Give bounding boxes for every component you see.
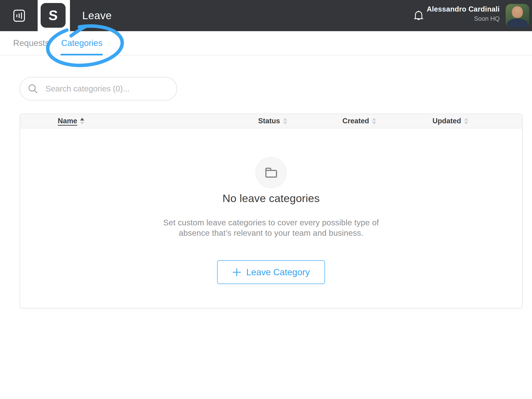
folder-icon xyxy=(264,166,279,179)
avatar-shirt xyxy=(507,19,528,27)
app-logo[interactable]: S xyxy=(41,3,66,28)
tab-requests[interactable]: Requests xyxy=(13,31,49,55)
avatar-face xyxy=(512,6,523,18)
user-organization: Soon HQ xyxy=(427,15,500,22)
tab-categories[interactable]: Categories xyxy=(61,31,102,55)
bell-icon xyxy=(413,10,424,22)
empty-state-description: Set custom leave categories to cover eve… xyxy=(151,217,391,238)
column-header-created[interactable]: Created xyxy=(342,114,376,128)
search-input[interactable] xyxy=(20,77,177,100)
logo-letter: S xyxy=(48,7,58,23)
tab-bar: Requests Categories xyxy=(0,31,532,55)
add-button-label: Leave Category xyxy=(246,267,310,277)
column-header-name[interactable]: Name xyxy=(58,114,84,128)
account-menu[interactable]: Alessandro Cardinali Soon HQ xyxy=(427,5,500,22)
add-leave-category-button[interactable]: Leave Category xyxy=(217,260,325,284)
notifications-button[interactable] xyxy=(413,10,424,22)
categories-table: Name Status Created Updated xyxy=(20,114,523,308)
search-box xyxy=(20,77,177,101)
plus-icon xyxy=(232,268,241,277)
empty-state-title: No leave categories xyxy=(20,192,522,205)
sidebar-toggle-button[interactable] xyxy=(13,10,25,22)
sort-arrows-icon xyxy=(372,118,376,124)
column-header-status[interactable]: Status xyxy=(258,114,287,128)
sort-arrows-icon xyxy=(80,118,84,124)
app-switcher-icon xyxy=(16,13,22,19)
active-tab-underline xyxy=(61,54,103,55)
page-title: Leave xyxy=(82,0,112,31)
sort-arrows-icon xyxy=(464,118,468,124)
user-avatar[interactable] xyxy=(506,4,529,27)
app-header: S Leave Alessandro Cardinali Soon HQ xyxy=(0,0,532,31)
table-header-row: Name Status Created Updated xyxy=(20,114,522,128)
column-header-updated[interactable]: Updated xyxy=(432,114,468,128)
user-name: Alessandro Cardinali xyxy=(427,5,500,13)
empty-state-illustration xyxy=(256,157,287,188)
sort-arrows-icon xyxy=(283,118,287,124)
logo-notch: S xyxy=(38,0,70,31)
